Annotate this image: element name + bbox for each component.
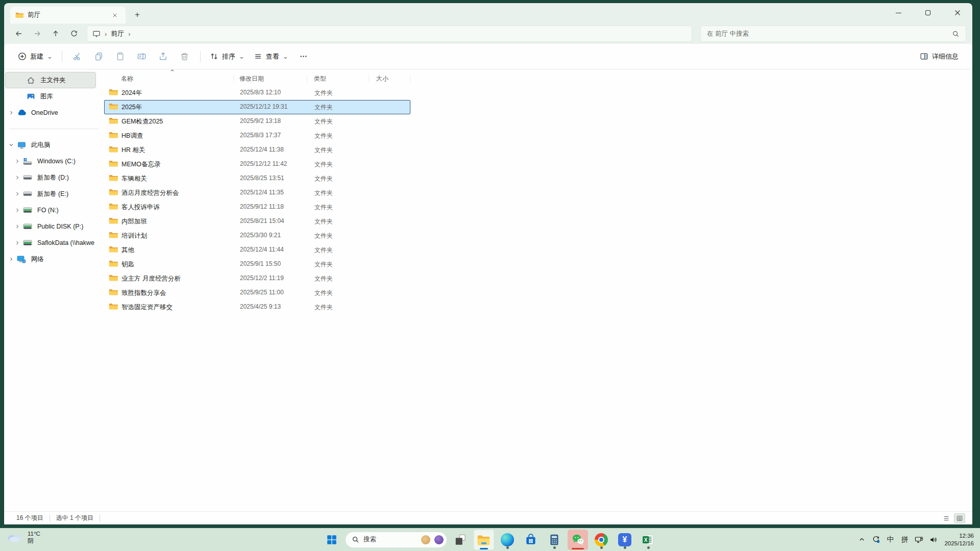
file-row[interactable]: HB调查 2025/8/3 17:37 文件夹 [104,129,410,143]
column-divider[interactable] [369,75,369,83]
sidebar-item[interactable]: 主文件夹 [5,72,96,88]
sidebar-item[interactable]: 网络 [5,251,96,267]
taskbar-app-button[interactable] [591,530,611,550]
sidebar-item[interactable]: Windows (C:) [5,153,96,169]
sidebar-item[interactable]: OneDrive [5,105,96,121]
minimize-button[interactable] [884,3,913,22]
taskbar-app-button[interactable]: ¥ [615,530,635,550]
file-row[interactable]: 智选固定资产移交 2025/4/25 9:13 文件夹 [104,300,410,314]
clock-time: 12:36 [944,532,974,540]
file-name: 客人投诉申诉 [121,203,160,212]
file-type: 文件夹 [314,303,333,312]
file-type: 文件夹 [314,232,333,240]
sidebar-item-label: 网络 [31,255,44,264]
folder-icon [109,117,118,124]
start-button[interactable] [322,530,342,550]
maximize-button[interactable] [913,3,943,22]
details-pane-button[interactable]: 详细信息 [915,48,963,65]
taskbar-app-button[interactable] [450,530,471,550]
details-view-button[interactable] [954,513,965,523]
file-row[interactable]: 内部加班 2025/8/21 15:04 文件夹 [104,214,410,229]
sidebar-item[interactable]: FO (N:) [5,202,96,218]
tray-item[interactable]: 拼 [898,532,911,547]
column-header-name[interactable]: 名称 [121,74,133,83]
new-button[interactable]: 新建 ⌄ [13,48,57,65]
sidebar-item[interactable]: 新加卷 (E:) [5,186,96,202]
tray-item[interactable] [927,532,939,547]
toolbar-action-button[interactable] [67,48,88,65]
breadcrumb[interactable]: › 前厅 › [87,26,692,42]
breadcrumb-location[interactable]: 前厅 [111,29,124,38]
taskbar-app-button[interactable] [474,530,494,550]
file-row[interactable]: 钥匙 2025/9/1 15:50 文件夹 [104,257,410,271]
tray-item[interactable] [855,532,868,547]
toolbar-action-button[interactable] [88,48,110,65]
toolbar-action-button[interactable] [153,48,174,65]
new-tab-button[interactable]: + [131,8,144,21]
file-row[interactable]: 培训计划 2025/3/30 9:21 文件夹 [104,229,410,243]
taskbar-clock[interactable]: 12:36 2025/12/16 [944,532,977,547]
close-button[interactable] [943,3,972,22]
desktop-icon [92,30,101,38]
column-divider[interactable] [233,75,234,83]
file-row[interactable]: 酒店月度经营分析会 2025/12/4 11:35 文件夹 [104,186,410,200]
taskbar-app-button[interactable] [497,530,518,550]
sort-button[interactable]: 排序 ⌄ [205,48,249,65]
delete-icon [180,52,189,61]
up-button[interactable] [47,26,64,41]
column-header-size[interactable]: 大小 [376,74,388,83]
details-pane-icon [920,52,928,61]
folder-icon [109,160,118,167]
more-options-button[interactable] [293,48,314,65]
tray-item[interactable] [870,532,882,547]
sync-icon [872,535,880,544]
search-input[interactable]: 在 前厅 中搜索 [700,26,966,42]
sidebar-item[interactable]: SaflokData (\\hakwe [5,235,96,251]
taskbar-search[interactable]: 搜索 [345,532,447,548]
file-type: 文件夹 [314,146,333,155]
tray-item[interactable]: 中 [884,532,896,547]
sidebar-item[interactable]: 此电脑 [5,137,96,153]
folder-icon [109,260,118,267]
sidebar-item-label: 此电脑 [31,141,51,149]
sidebar-item[interactable]: 图库 [5,88,96,105]
taskbar-app-button[interactable]: X [638,530,658,550]
column-divider[interactable] [410,75,410,83]
taskbar-app-button[interactable] [521,530,541,550]
view-button[interactable]: 查看 ⌄ [249,48,293,65]
forward-button[interactable] [29,26,46,41]
file-modified-date: 2025/12/12 11:42 [240,160,287,167]
list-view-button[interactable] [941,513,952,523]
details-view-icon [956,515,963,522]
file-type: 文件夹 [314,89,333,97]
file-row[interactable]: 客人投诉申诉 2025/9/12 11:18 文件夹 [104,200,410,214]
column-header-type[interactable]: 类型 [314,74,326,83]
file-row[interactable]: 2025年 2025/12/12 19:31 文件夹 [104,100,410,114]
refresh-button[interactable] [65,26,83,41]
sidebar-item[interactable]: 新加卷 (D:) [5,169,96,186]
taskbar-app-button[interactable] [568,530,588,550]
file-row[interactable]: 业主方 月度经营分析 2025/12/2 11:19 文件夹 [104,271,410,286]
tab-close-icon[interactable] [109,10,120,21]
file-modified-date: 2025/8/25 13:51 [240,174,284,182]
column-divider[interactable] [307,75,307,83]
tray-item[interactable] [913,532,925,547]
file-row[interactable]: HR 相关 2025/12/4 11:38 文件夹 [104,143,410,157]
file-row[interactable]: 致胜指数分享会 2025/9/25 11:00 文件夹 [104,286,410,300]
excel-icon: X [642,533,655,546]
file-row[interactable]: 其他 2025/12/4 11:44 文件夹 [104,243,410,257]
file-row[interactable]: MEMO备忘录 2025/12/12 11:42 文件夹 [104,157,410,171]
toolbar-action-button[interactable]: A [131,48,153,65]
taskbar-app-button[interactable] [544,530,565,550]
file-row[interactable]: 2024年 2025/8/3 12:10 文件夹 [104,86,410,100]
column-header-date[interactable]: 修改日期 [239,74,264,83]
toolbar-action-button[interactable] [110,48,131,65]
explorer-tab[interactable]: 前厅 [10,7,126,23]
file-row[interactable]: GEM检查2025 2025/9/2 13:18 文件夹 [104,114,410,129]
file-name: MEMO备忘录 [121,160,160,169]
column-headers: ⌃ 名称 修改日期 类型 大小 [103,71,972,86]
sidebar-item[interactable]: Public DISK (P:) [5,218,96,235]
file-row[interactable]: 车辆相关 2025/8/25 13:51 文件夹 [104,171,410,186]
back-button[interactable] [10,26,28,41]
toolbar-action-button[interactable] [174,48,195,65]
